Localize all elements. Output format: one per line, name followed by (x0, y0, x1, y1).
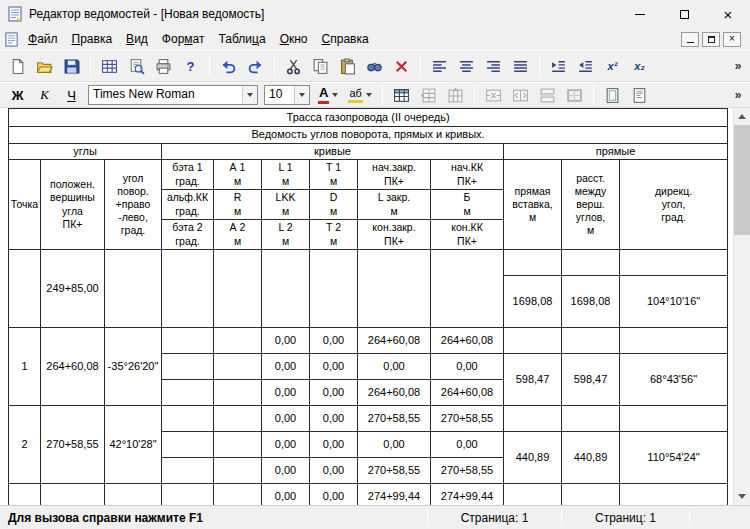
straight-cell[interactable] (504, 250, 562, 276)
curve-cell[interactable] (214, 354, 262, 380)
header-cell[interactable]: расст. между верш. углов, м (562, 160, 620, 250)
maximize-button[interactable] (662, 0, 706, 28)
curve-cell[interactable]: 0,00 (431, 432, 504, 458)
menu-item-view[interactable]: Вид (119, 30, 155, 48)
highlight-button[interactable]: аб (344, 84, 375, 107)
toolbar-overflow-button[interactable]: » (731, 84, 745, 107)
menu-item-table[interactable]: Таблица (212, 30, 273, 48)
paste-button[interactable] (335, 55, 360, 78)
point-cell[interactable]: 1 (9, 328, 41, 406)
page-margins-button[interactable] (600, 84, 625, 107)
open-button[interactable] (32, 55, 57, 78)
cut-button[interactable] (281, 55, 306, 78)
table-add-col-button[interactable] (443, 84, 468, 107)
curve-cell[interactable]: 0,00 (431, 354, 504, 380)
group-header-curves[interactable]: кривые (162, 144, 504, 160)
page-setup-button[interactable] (627, 84, 652, 107)
menu-item-help[interactable]: Справка (315, 30, 376, 48)
menu-item-format[interactable]: Формат (155, 30, 212, 48)
header-cell[interactable]: Т 1 м (310, 160, 358, 190)
angle-cell[interactable] (105, 484, 162, 506)
curve-cell[interactable] (214, 458, 262, 484)
scrollbar-thumb[interactable] (734, 125, 750, 235)
curve-cell[interactable] (162, 250, 214, 328)
align-center-button[interactable] (454, 55, 479, 78)
curve-cell[interactable]: 0,00 (310, 380, 358, 406)
curve-cell[interactable] (214, 328, 262, 354)
straight-cell[interactable] (562, 250, 620, 276)
header-cell[interactable]: положен. вершины угла ПК+ (41, 160, 105, 250)
menu-item-window[interactable]: Окно (273, 30, 315, 48)
vertex-cell[interactable]: 249+85,00 (41, 250, 105, 328)
mdi-close-button[interactable]: × (723, 32, 741, 47)
document-icon[interactable] (4, 32, 19, 47)
curve-cell[interactable] (162, 484, 214, 506)
align-left-button[interactable] (427, 55, 452, 78)
header-cell[interactable]: прямая вставка, м (504, 160, 562, 250)
header-cell[interactable]: кон.закр. ПК+ (358, 220, 431, 250)
straight-cell[interactable] (562, 484, 620, 506)
header-cell[interactable]: L закр. м (358, 190, 431, 220)
print-preview-button[interactable] (124, 55, 149, 78)
straight-cell[interactable] (504, 484, 562, 506)
curve-cell[interactable]: 0,00 (310, 432, 358, 458)
table-mode-button[interactable] (97, 55, 122, 78)
vertex-cell[interactable]: 270+58,55 (41, 406, 105, 484)
curve-cell[interactable] (214, 484, 262, 506)
scroll-down-button[interactable] (734, 488, 750, 505)
curve-cell[interactable]: 264+60,08 (358, 380, 431, 406)
curve-cell[interactable]: 0,00 (310, 354, 358, 380)
curve-cell[interactable] (310, 250, 358, 328)
minimize-button[interactable] (618, 0, 662, 28)
curve-cell[interactable]: 270+58,55 (431, 406, 504, 432)
font-size-select[interactable]: 10 (264, 85, 310, 105)
table-borders-button[interactable] (562, 84, 587, 107)
curve-cell[interactable]: 0,00 (310, 406, 358, 432)
curve-cell[interactable] (358, 250, 431, 328)
angle-cell[interactable]: -35°26'20" (105, 328, 162, 406)
straight-cell[interactable] (620, 484, 728, 506)
indent-increase-button[interactable] (546, 55, 571, 78)
straight-cell[interactable]: 1698,08 (562, 276, 620, 328)
save-button[interactable] (59, 55, 84, 78)
redo-button[interactable] (243, 55, 268, 78)
straight-cell[interactable] (562, 328, 620, 354)
straight-cell[interactable]: 104°10'16" (620, 276, 728, 328)
curve-cell[interactable]: 0,00 (262, 432, 310, 458)
row-split-button[interactable] (535, 84, 560, 107)
straight-cell[interactable] (620, 406, 728, 432)
header-cell[interactable]: дирекц. угол, град. (620, 160, 728, 250)
curve-cell[interactable] (162, 406, 214, 432)
mdi-restore-button[interactable] (702, 32, 720, 47)
header-cell[interactable]: L 1 м (262, 160, 310, 190)
header-cell[interactable]: кон.КК ПК+ (431, 220, 504, 250)
curve-cell[interactable]: 274+99,44 (358, 484, 431, 506)
undo-button[interactable] (216, 55, 241, 78)
point-cell[interactable] (9, 484, 41, 506)
straight-cell[interactable] (620, 250, 728, 276)
align-right-button[interactable] (481, 55, 506, 78)
header-cell[interactable]: альф.КК град. (162, 190, 214, 220)
header-cell[interactable]: R м (214, 190, 262, 220)
header-cell[interactable]: бэта 1 град. (162, 160, 214, 190)
header-cell[interactable]: А 2 м (214, 220, 262, 250)
bold-button[interactable]: Ж (5, 84, 30, 107)
italic-button[interactable]: К (32, 84, 57, 107)
header-cell[interactable]: LKK м (262, 190, 310, 220)
header-cell[interactable]: угол повор. +право -лево, град. (105, 160, 162, 250)
curve-cell[interactable] (162, 458, 214, 484)
curve-cell[interactable] (162, 328, 214, 354)
straight-cell[interactable]: 440,89 (504, 432, 562, 484)
group-header-straights[interactable]: прямые (504, 144, 728, 160)
header-cell[interactable]: D м (310, 190, 358, 220)
curve-cell[interactable]: 270+58,55 (358, 406, 431, 432)
header-cell[interactable]: бэта 2 град. (162, 220, 214, 250)
find-button[interactable] (362, 55, 387, 78)
header-cell[interactable]: А 1 м (214, 160, 262, 190)
align-justify-button[interactable] (508, 55, 533, 78)
straight-cell[interactable]: 598,47 (562, 354, 620, 406)
cells-merge-button[interactable] (481, 84, 506, 107)
toolbar-overflow-button[interactable]: » (731, 55, 745, 78)
curve-cell[interactable]: 0,00 (262, 406, 310, 432)
curve-cell[interactable]: 0,00 (262, 484, 310, 506)
